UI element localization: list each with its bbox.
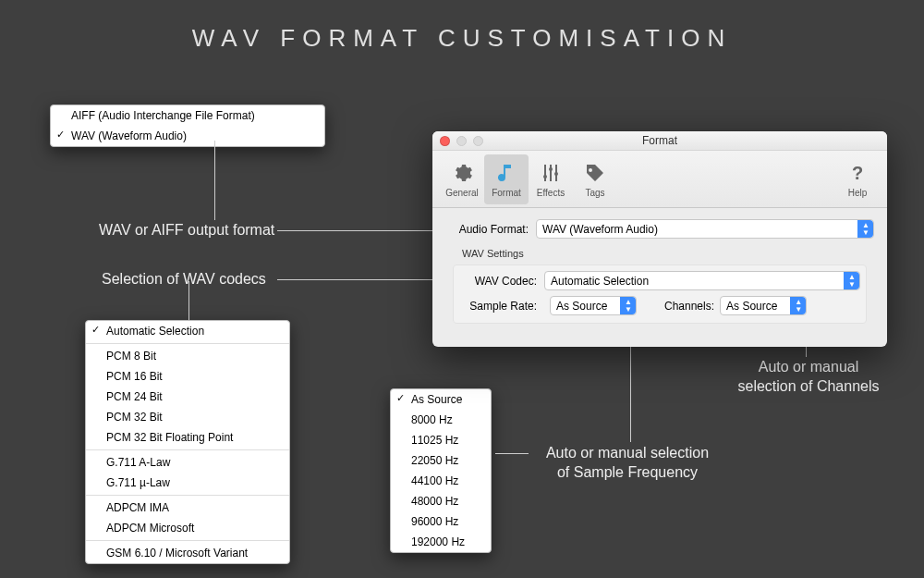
menu-item-wav[interactable]: WAV (Waveform Audio): [51, 126, 324, 146]
window-titlebar: Format: [432, 131, 887, 151]
format-dropdown-menu[interactable]: AIFF (Audio Interchange File Format) WAV…: [50, 105, 325, 147]
svg-point-1: [549, 167, 553, 171]
chevron-updown-icon: ▲▼: [625, 299, 632, 314]
connector-line: [214, 141, 215, 220]
page-title: WAV FORMAT CUSTOMISATION: [0, 24, 924, 53]
audio-format-select[interactable]: WAV (Waveform Audio) ▲▼: [536, 219, 874, 239]
traffic-lights[interactable]: [440, 136, 483, 146]
window-content: Audio Format: WAV (Waveform Audio) ▲▼ WA…: [432, 208, 887, 324]
connector-line: [630, 331, 631, 442]
audio-format-label: Audio Format:: [445, 223, 536, 236]
menu-item-pcm24[interactable]: PCM 24 Bit: [86, 387, 289, 407]
menu-item-96000[interactable]: 96000 Hz: [391, 511, 491, 532]
menu-item-auto[interactable]: Automatic Selection: [86, 321, 289, 341]
tab-format[interactable]: Format: [484, 154, 529, 204]
toolbar: General Format Effects Tags ? Help: [432, 151, 887, 208]
menu-item-pcm8[interactable]: PCM 8 Bit: [86, 346, 289, 366]
select-value: WAV (Waveform Audio): [542, 223, 658, 236]
rate-label: Sample Rate:: [459, 300, 544, 313]
annotation-sample-freq: Auto or manual selection of Sample Frequ…: [530, 444, 724, 483]
select-value: As Source: [726, 300, 777, 313]
tab-label: Effects: [537, 188, 565, 198]
menu-item-as-source[interactable]: As Source: [391, 389, 491, 410]
tag-icon: [583, 161, 607, 185]
connector-line: [188, 281, 189, 320]
menu-item-192000[interactable]: 192000 Hz: [391, 532, 491, 552]
codec-dropdown-menu[interactable]: Automatic Selection PCM 8 Bit PCM 16 Bit…: [85, 320, 290, 564]
svg-point-2: [554, 172, 558, 176]
menu-item-pcm32f[interactable]: PCM 32 Bit Floating Point: [86, 427, 289, 448]
music-note-icon: [494, 161, 518, 185]
svg-text:?: ?: [852, 163, 863, 183]
menu-divider: [86, 540, 289, 541]
help-button[interactable]: ? Help: [835, 154, 880, 204]
menu-item-gsm[interactable]: GSM 6.10 / Microsoft Variant: [86, 543, 289, 563]
menu-item-22050[interactable]: 22050 Hz: [391, 450, 491, 471]
chevron-updown-icon: ▲▼: [795, 299, 802, 314]
format-window: Format General Format Effects Tags: [432, 131, 887, 347]
annotation-codec-selection: Selection of WAV codecs: [102, 271, 266, 288]
codec-select[interactable]: Automatic Selection ▲▼: [544, 271, 860, 290]
svg-point-0: [543, 175, 547, 178]
tab-label: General: [445, 188, 479, 198]
menu-divider: [86, 343, 289, 344]
tab-general[interactable]: General: [440, 154, 484, 204]
menu-item-8000[interactable]: 8000 Hz: [391, 410, 491, 430]
menu-item-adpcm-ms[interactable]: ADPCM Microsoft: [86, 518, 289, 538]
annotation-output-format: WAV or AIFF output format: [99, 222, 274, 239]
window-title: Format: [642, 134, 677, 147]
menu-divider: [86, 449, 289, 450]
chevron-updown-icon: ▲▼: [862, 222, 869, 237]
menu-item-g711u[interactable]: G.711 µ-Law: [86, 473, 289, 493]
channels-label: Channels:: [664, 300, 714, 313]
wav-settings-header: WAV Settings: [462, 248, 874, 259]
tab-label: Format: [492, 188, 521, 198]
sliders-icon: [539, 161, 563, 185]
chevron-updown-icon: ▲▼: [848, 274, 856, 289]
rate-dropdown-menu[interactable]: As Source 8000 Hz 11025 Hz 22050 Hz 4410…: [390, 388, 492, 553]
menu-item-48000[interactable]: 48000 Hz: [391, 491, 491, 511]
connector-line: [495, 453, 529, 454]
wav-settings-panel: WAV Codec: Automatic Selection ▲▼ Sample…: [453, 264, 867, 324]
select-value: As Source: [556, 300, 607, 313]
rate-select[interactable]: As Source ▲▼: [550, 296, 637, 315]
menu-item-11025[interactable]: 11025 Hz: [391, 430, 491, 450]
select-value: Automatic Selection: [551, 275, 649, 288]
annotation-channels: Auto or manual selection of Channels: [735, 358, 882, 397]
zoom-icon: [473, 136, 483, 146]
minimize-icon: [456, 136, 467, 146]
menu-item-aiff[interactable]: AIFF (Audio Interchange File Format): [51, 105, 324, 126]
tab-effects[interactable]: Effects: [529, 154, 573, 204]
menu-item-pcm32[interactable]: PCM 32 Bit: [86, 407, 289, 427]
menu-item-adpcm-ima[interactable]: ADPCM IMA: [86, 498, 289, 518]
tab-label: Tags: [585, 188, 604, 198]
menu-item-g711a[interactable]: G.711 A-Law: [86, 452, 289, 473]
connector-line: [277, 230, 453, 231]
tab-tags[interactable]: Tags: [573, 154, 617, 204]
close-icon[interactable]: [440, 136, 450, 146]
tab-label: Help: [848, 188, 868, 198]
menu-item-44100[interactable]: 44100 Hz: [391, 471, 491, 491]
gear-icon: [450, 161, 474, 185]
channels-select[interactable]: As Source ▲▼: [720, 296, 807, 315]
menu-item-pcm16[interactable]: PCM 16 Bit: [86, 366, 289, 387]
help-icon: ?: [845, 161, 869, 185]
menu-divider: [86, 495, 289, 496]
codec-label: WAV Codec:: [459, 275, 544, 288]
connector-line: [277, 279, 453, 280]
